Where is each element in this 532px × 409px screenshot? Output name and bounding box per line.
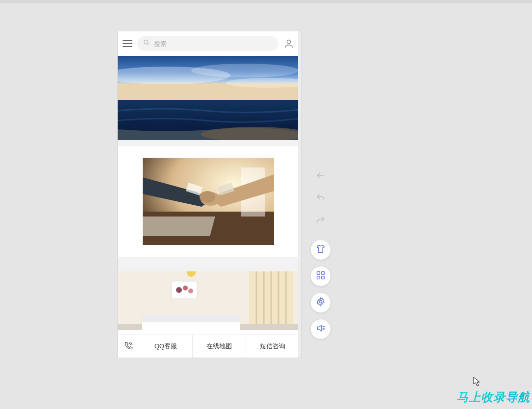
phone-icon	[124, 341, 133, 352]
search-icon	[143, 39, 150, 48]
grid-button[interactable]	[311, 266, 330, 286]
user-icon[interactable]	[283, 38, 294, 49]
svg-point-30	[188, 289, 193, 293]
bottom-item-label: 短信咨询	[260, 342, 285, 351]
search-input[interactable]	[154, 40, 273, 48]
svg-point-2	[287, 40, 290, 44]
gear-icon	[316, 297, 326, 309]
svg-rect-34	[317, 272, 320, 275]
grid-icon	[316, 270, 326, 282]
qq-service-button[interactable]: QQ客服	[139, 335, 193, 358]
svg-rect-37	[322, 276, 325, 279]
svg-rect-35	[322, 272, 325, 275]
svg-point-29	[183, 286, 188, 290]
scrollbar[interactable]	[298, 31, 301, 358]
undo-icon[interactable]	[311, 188, 330, 208]
speaker-icon	[316, 323, 326, 335]
svg-line-1	[148, 44, 149, 45]
phone-button[interactable]	[118, 335, 139, 358]
svg-rect-11	[143, 217, 215, 236]
back-arrow-icon[interactable]	[311, 166, 330, 185]
speaker-button[interactable]	[311, 319, 330, 339]
svg-rect-31	[142, 314, 240, 322]
shirt-icon	[316, 244, 326, 256]
search-bar[interactable]	[137, 36, 279, 51]
section-gap	[118, 257, 299, 271]
handshake-image	[143, 158, 274, 245]
phone-preview-frame: QQ客服 在线地图 短信咨询	[117, 31, 302, 358]
watermark-text: 马上收录导航	[456, 389, 530, 405]
svg-point-14	[200, 191, 215, 203]
shirt-button[interactable]	[311, 240, 330, 260]
bottom-item-label: 在线地图	[206, 342, 232, 351]
svg-rect-36	[317, 276, 320, 279]
sms-consult-button[interactable]: 短信咨询	[246, 335, 299, 358]
cursor-icon	[473, 377, 481, 386]
side-toolbar	[311, 166, 330, 339]
online-map-button[interactable]: 在线地图	[193, 335, 246, 358]
section-gap	[118, 140, 299, 146]
card-handshake	[118, 146, 299, 257]
redo-icon[interactable]	[311, 211, 330, 230]
hero-image	[118, 56, 299, 140]
bottom-bar: QQ客服 在线地图 短信咨询	[118, 335, 299, 358]
svg-point-28	[176, 287, 182, 293]
svg-rect-32	[142, 322, 240, 330]
room-image	[118, 271, 299, 330]
svg-point-38	[320, 301, 322, 303]
menu-icon[interactable]	[123, 40, 132, 47]
top-strip	[0, 0, 532, 3]
svg-point-5	[191, 64, 299, 77]
svg-point-0	[144, 40, 148, 44]
gear-button[interactable]	[311, 293, 330, 313]
bottom-item-label: QQ客服	[154, 342, 177, 351]
phone-content: QQ客服 在线地图 短信咨询	[118, 31, 299, 358]
header-bar	[118, 31, 299, 56]
